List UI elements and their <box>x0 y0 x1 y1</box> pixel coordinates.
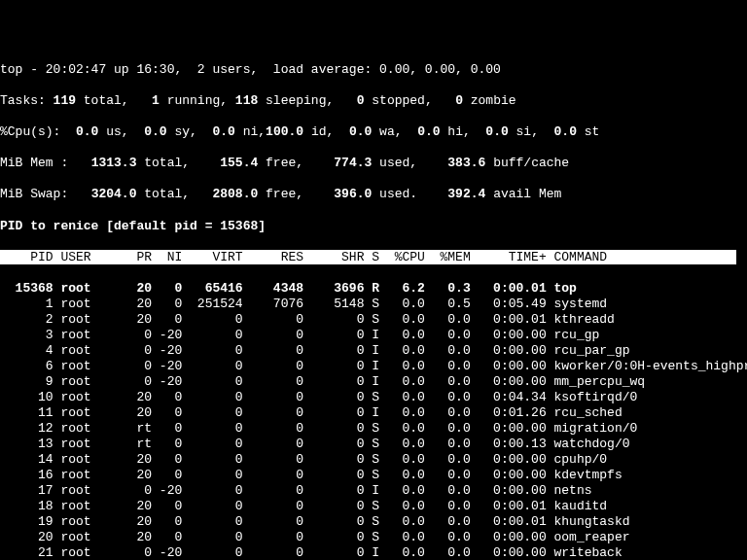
renice-input[interactable] <box>273 218 433 234</box>
process-row[interactable]: 4 root 0 -20 0 0 0 I 0.0 0.0 0:00.00 rcu… <box>0 343 747 359</box>
top-summary-tasks: Tasks: 119 total, 1 running, 118 sleepin… <box>0 93 747 109</box>
process-row[interactable]: 17 root 0 -20 0 0 0 I 0.0 0.0 0:00.00 ne… <box>0 483 747 499</box>
process-row[interactable]: 18 root 20 0 0 0 0 S 0.0 0.0 0:00.01 kau… <box>0 499 747 514</box>
process-row[interactable]: 19 root 20 0 0 0 0 S 0.0 0.0 0:00.01 khu… <box>0 514 747 530</box>
process-row[interactable]: 15368 root 20 0 65416 4348 3696 R 6.2 0.… <box>0 281 747 297</box>
top-summary-swap: MiB Swap: 3204.0 total, 2808.0 free, 396… <box>0 187 747 202</box>
process-row[interactable]: 3 root 0 -20 0 0 0 I 0.0 0.0 0:00.00 rcu… <box>0 328 747 343</box>
top-summary-cpu: %Cpu(s): 0.0 us, 0.0 sy, 0.0 ni,100.0 id… <box>0 124 747 140</box>
process-row[interactable]: 6 root 0 -20 0 0 0 I 0.0 0.0 0:00.00 kwo… <box>0 359 747 374</box>
process-row[interactable]: 1 root 20 0 251524 7076 5148 S 0.0 0.5 0… <box>0 297 747 312</box>
process-row[interactable]: 21 root 0 -20 0 0 0 I 0.0 0.0 0:00.00 wr… <box>0 545 747 560</box>
process-row[interactable]: 14 root 20 0 0 0 0 S 0.0 0.0 0:00.00 cpu… <box>0 452 747 468</box>
process-row[interactable]: 10 root 20 0 0 0 0 S 0.0 0.0 0:04.34 kso… <box>0 390 747 405</box>
process-row[interactable]: 9 root 0 -20 0 0 0 I 0.0 0.0 0:00.00 mm_… <box>0 374 747 390</box>
renice-prompt[interactable]: PID to renice [default pid = 15368] <box>0 218 747 234</box>
top-summary-mem: MiB Mem : 1313.3 total, 155.4 free, 774.… <box>0 156 747 171</box>
process-row[interactable]: 13 root rt 0 0 0 0 S 0.0 0.0 0:00.13 wat… <box>0 437 747 452</box>
process-row[interactable]: 20 root 20 0 0 0 0 S 0.0 0.0 0:00.00 oom… <box>0 530 747 545</box>
column-header-row: PID USER PR NI VIRT RES SHR S %CPU %MEM … <box>0 250 747 265</box>
process-row[interactable]: 11 root 20 0 0 0 0 I 0.0 0.0 0:01.26 rcu… <box>0 405 747 421</box>
process-row[interactable]: 16 root 20 0 0 0 0 S 0.0 0.0 0:00.00 kde… <box>0 468 747 483</box>
process-row[interactable]: 2 root 20 0 0 0 0 S 0.0 0.0 0:00.01 kthr… <box>0 312 747 328</box>
process-row[interactable]: 12 root rt 0 0 0 0 S 0.0 0.0 0:00.00 mig… <box>0 421 747 437</box>
process-list[interactable]: 15368 root 20 0 65416 4348 3696 R 6.2 0.… <box>0 281 747 560</box>
top-summary-line1: top - 20:02:47 up 16:30, 2 users, load a… <box>0 62 747 78</box>
